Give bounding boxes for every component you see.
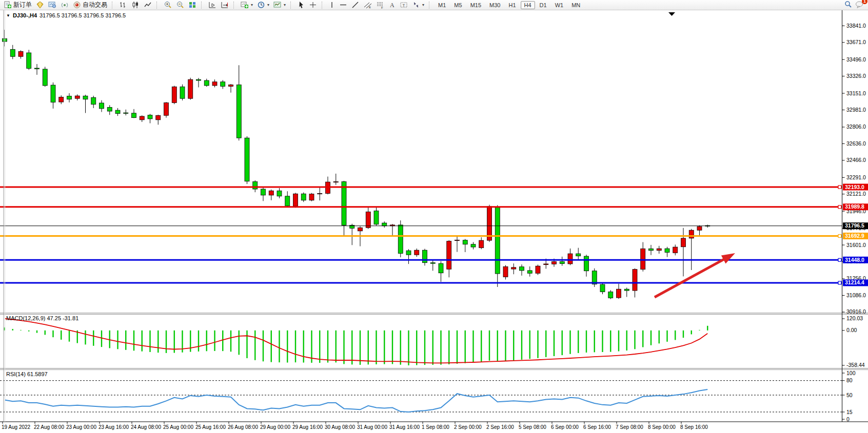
chevron-down-icon[interactable]: ▾ — [284, 3, 286, 7]
indicators-button[interactable] — [34, 1, 46, 10]
candle-body — [665, 249, 669, 252]
equidistant-channel-button[interactable]: E — [362, 1, 374, 10]
time-axis-label: 6 Sep 16:00 — [583, 424, 611, 430]
candle-body — [164, 102, 169, 115]
fibonacci-button[interactable]: F — [374, 1, 386, 10]
text-button[interactable]: A — [386, 1, 398, 10]
candle-body — [560, 261, 564, 263]
candle-body — [91, 97, 96, 104]
trendline-icon — [351, 1, 360, 9]
chart-shift-icon — [221, 1, 229, 9]
toolbar-separator — [322, 2, 324, 9]
auto-trading-icon — [73, 1, 81, 9]
tile-windows-button[interactable] — [186, 1, 199, 10]
candle-body — [285, 196, 290, 206]
candle-body — [439, 263, 443, 273]
macd-axis-label: 0.00 — [846, 327, 857, 333]
tf-button-m15[interactable]: M15 — [467, 1, 485, 9]
tf-button-m30[interactable]: M30 — [486, 1, 504, 9]
candle-body — [673, 247, 678, 253]
candle-body — [18, 51, 23, 56]
price-axis-tick-label: 32291.0 — [846, 174, 866, 180]
signal-button[interactable] — [58, 1, 71, 10]
toolbar: 新订单 自动交易 — [0, 0, 868, 10]
auto-trading-button[interactable]: 自动交易 — [71, 1, 109, 10]
price-badge-label: 31692.9 — [845, 233, 864, 239]
candle-body — [172, 87, 176, 102]
line-anchor-handle[interactable] — [838, 281, 841, 284]
chevron-down-icon[interactable]: ▾ — [422, 3, 424, 7]
horizontal-line-button[interactable] — [337, 1, 349, 10]
period-clock-icon — [257, 1, 265, 9]
search-icon[interactable] — [844, 1, 852, 10]
tf-button-mn[interactable]: MN — [568, 1, 584, 9]
line-anchor-handle[interactable] — [838, 185, 841, 189]
tf-button-h4[interactable]: H4 — [521, 1, 535, 9]
toolbar-separator — [201, 2, 204, 9]
trendline-button[interactable] — [349, 1, 362, 10]
candle-body — [552, 261, 557, 264]
chart-shift-button[interactable] — [219, 1, 231, 10]
templates-icon — [273, 1, 282, 9]
indicators-gem-icon — [36, 1, 44, 9]
equidistant-channel-icon: E — [364, 1, 372, 9]
crosshair-button[interactable] — [307, 1, 319, 10]
price-axis-tick-label: 31086.0 — [846, 292, 866, 298]
chevron-down-icon[interactable]: ▾ — [251, 3, 253, 7]
time-axis-label: 2 Sep 00:00 — [454, 424, 482, 430]
vertical-line-button[interactable] — [327, 1, 337, 10]
line-anchor-handle[interactable] — [838, 258, 841, 261]
price-axis-tick-label: 30916.0 — [846, 308, 866, 315]
cursor-button[interactable] — [295, 1, 307, 10]
time-axis-label: 6 Sep 00:00 — [551, 424, 579, 430]
time-axis-label: 7 Sep 08:00 — [616, 424, 643, 430]
candle-body — [245, 138, 249, 181]
zoom-out-button[interactable] — [174, 1, 186, 10]
candle-body — [415, 250, 419, 255]
price-axis-tick-label: 32981.0 — [846, 107, 866, 113]
candle-body — [568, 254, 573, 264]
tf-button-m1[interactable]: M1 — [435, 1, 449, 9]
tf-button-m5[interactable]: M5 — [450, 1, 465, 9]
text-label-icon: T — [400, 1, 408, 9]
rsi-axis-label: 15 — [846, 409, 853, 415]
notifications-button[interactable]: 1 — [855, 1, 864, 10]
toolbar-separator — [429, 2, 431, 9]
arrows-button[interactable]: ▾ — [410, 1, 426, 10]
fibonacci-icon: F — [376, 1, 384, 9]
candle-body — [27, 53, 31, 69]
chevron-down-icon[interactable]: ▾ — [267, 3, 269, 7]
bar-chart-button[interactable] — [117, 1, 129, 10]
line-chart-button[interactable] — [142, 1, 154, 10]
time-axis-label: 1 Sep 08:00 — [422, 424, 449, 430]
candle-body — [277, 191, 282, 196]
candlestick-chart-button[interactable] — [129, 1, 142, 10]
auto-scroll-button[interactable] — [206, 1, 219, 10]
time-axis-label: 19 Aug 2022 — [2, 424, 31, 430]
symbol-dropdown-icon[interactable]: ▼ — [6, 13, 10, 18]
text-label-button[interactable]: T — [398, 1, 410, 10]
line-anchor-handle[interactable] — [838, 205, 841, 209]
chart-canvas[interactable]: 33841.033671.033496.033326.033151.032981… — [0, 0, 868, 433]
tf-button-h1[interactable]: H1 — [505, 1, 519, 9]
new-order-button[interactable]: 新订单 — [2, 1, 34, 10]
candle-body — [423, 250, 427, 262]
timeframe-toolbar: M1 M5 M15 M30 H1 H4 D1 W1 MN — [432, 0, 586, 10]
tf-button-w1[interactable]: W1 — [551, 1, 567, 9]
tile-windows-icon — [188, 1, 196, 9]
period-button[interactable]: ▾ — [255, 1, 271, 10]
candle-body — [633, 270, 637, 291]
price-axis-tick-label: 33841.0 — [846, 23, 866, 29]
new-chart-button[interactable]: ▾ — [239, 1, 255, 10]
arrows-icon — [412, 1, 420, 9]
zoom-in-button[interactable] — [162, 1, 174, 10]
tf-button-d1[interactable]: D1 — [536, 1, 550, 9]
market-watch-button[interactable] — [46, 1, 58, 10]
line-anchor-handle[interactable] — [838, 235, 841, 238]
candle-body — [59, 97, 64, 102]
candle-body — [221, 82, 225, 87]
price-axis-tick-label: 32636.0 — [846, 140, 866, 147]
toolbar-separator — [156, 2, 159, 9]
templates-button[interactable]: ▾ — [271, 1, 288, 10]
candle-body — [697, 226, 702, 230]
